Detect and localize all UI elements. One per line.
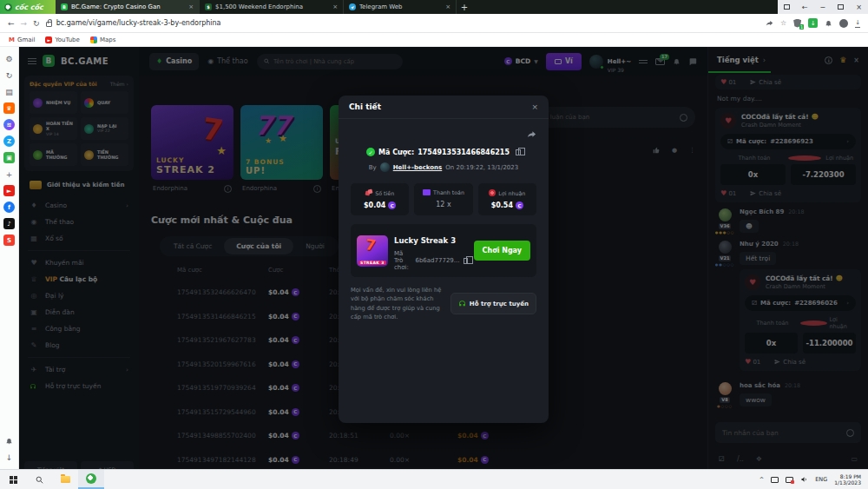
start-button[interactable]	[0, 470, 26, 489]
stat-profit: Lợi nhuận $0.54C	[478, 183, 536, 215]
bookmark-maps[interactable]: Maps	[90, 36, 115, 43]
amount-dice-icon	[365, 189, 372, 196]
stat-payout: Thanh toán 12 x	[414, 183, 472, 215]
clock[interactable]: 8:19 PM1/13/2023	[834, 473, 861, 486]
newsfeed-icon[interactable]: ▤	[3, 86, 15, 97]
game-name: Lucky Streak 3	[394, 236, 456, 245]
new-tab-button[interactable]: +	[457, 0, 472, 14]
security-alert-icon[interactable]	[786, 477, 793, 483]
game-id-value: 6b6ad77729...	[415, 257, 459, 264]
youtube-icon: ►	[45, 36, 52, 43]
games-icon[interactable]: ▣	[3, 152, 15, 163]
lock-icon	[46, 22, 52, 27]
downloads-icon[interactable]: ↓	[855, 19, 860, 28]
bet-details-modal: Chi tiết × ✓ Mã Cược: 175491353146684621…	[339, 96, 549, 423]
facebook-icon[interactable]: f	[3, 202, 15, 213]
back-to-tab-icon[interactable]: ←	[796, 0, 814, 14]
browser-addressbar: ← → ↻ bc.game/vi/game/lucky-streak-3-by-…	[0, 14, 868, 33]
bet-author-row: By Hell+-beckons On 20:19:22, 13/1/2023	[351, 162, 536, 172]
bookmark-label: Maps	[100, 36, 115, 43]
browser-content: ⚙ ↻ ▤ ♛ ≋ Z ▣ + ► f ♪ S ↓ B	[0, 47, 868, 469]
settings-gear-icon[interactable]: ⚙	[3, 53, 15, 64]
forward-icon[interactable]: →	[21, 19, 28, 28]
browser-tabbar: cốc cốc B BC.Game: Crypto Casino Gan × $…	[0, 0, 868, 14]
tab-close-icon[interactable]: ×	[188, 3, 194, 10]
rail-bell-icon[interactable]	[3, 435, 15, 446]
browser-tab-promo[interactable]: $ $1,500 Weekend Endorphina ×	[200, 0, 344, 14]
modal-body: ✓ Mã Cược: 1754913531466846215 By Hell+-…	[339, 119, 549, 322]
bookmark-youtube[interactable]: ► YouTube	[45, 36, 79, 43]
live-support-button[interactable]: Hỗ trợ trực tuyến	[450, 293, 536, 314]
author-avatar	[380, 162, 390, 172]
play-now-button[interactable]: Chơi Ngay	[474, 241, 530, 261]
modal-header: Chi tiết ×	[339, 96, 549, 119]
coccoc-logo-icon	[4, 3, 12, 11]
addressbar-actions: ☆ 1 ↓ ↓	[766, 18, 860, 28]
minimize-button[interactable]: −	[814, 0, 832, 14]
tab-close-icon[interactable]: ×	[445, 3, 450, 10]
tray-expand-icon[interactable]: ^	[760, 476, 764, 483]
adblock-shield-icon[interactable]: 1	[793, 19, 801, 28]
coccoc-brand[interactable]: cốc cốc	[0, 0, 56, 14]
tab-close-icon[interactable]: ×	[332, 3, 338, 10]
windows-taskbar: ^ ENG 8:19 PM1/13/2023	[0, 469, 868, 489]
tab-title: $1,500 Weekend Endorphina	[215, 3, 329, 10]
tab-search-icon[interactable]	[778, 0, 796, 14]
coccoc-taskbar-icon[interactable]	[78, 470, 104, 489]
add-shortcut-icon[interactable]: +	[3, 169, 15, 180]
collapse-rail-icon[interactable]: ↓	[3, 452, 15, 463]
coin-icon: C	[388, 202, 396, 209]
browser-tab-bcgame[interactable]: B BC.Game: Crypto Casino Gan ×	[56, 0, 200, 14]
bcgame-favicon: B	[61, 3, 68, 10]
profit-medal-icon	[489, 189, 496, 196]
zalo-icon[interactable]: Z	[3, 135, 15, 147]
bookmark-star-icon[interactable]: ☆	[780, 19, 786, 27]
profile-avatar[interactable]	[839, 19, 848, 28]
network-icon[interactable]	[771, 477, 779, 483]
volume-icon[interactable]	[800, 476, 808, 483]
bet-id-row: ✓ Mã Cược: 1754913531466846215	[351, 148, 536, 156]
maximize-button[interactable]	[832, 0, 850, 14]
check-icon: ✓	[366, 148, 375, 156]
browser-side-rail: ⚙ ↻ ▤ ♛ ≋ Z ▣ + ► f ♪ S ↓	[0, 47, 19, 469]
screen: cốc cốc B BC.Game: Crypto Casino Gan × $…	[0, 0, 868, 489]
notification-bell-icon[interactable]	[825, 19, 832, 27]
reload-icon[interactable]: ↻	[33, 19, 40, 28]
close-button[interactable]: ×	[850, 0, 868, 14]
back-icon[interactable]: ←	[8, 19, 15, 28]
messenger-icon[interactable]: ≋	[3, 119, 15, 130]
bet-stats-row: Số tiền $0.04C Thanh toán 12 x Lợi nhuận…	[351, 183, 536, 215]
youtube-rail-icon[interactable]: ►	[3, 185, 15, 196]
shopee-icon[interactable]: S	[3, 235, 15, 246]
tiktok-icon[interactable]: ♪	[3, 218, 15, 229]
file-explorer-icon[interactable]	[52, 470, 78, 489]
history-icon[interactable]: ↻	[3, 69, 15, 81]
copy-icon[interactable]	[516, 149, 521, 155]
stat-amount: Số tiền $0.04C	[351, 183, 409, 215]
bookmark-gmail[interactable]: M Gmail	[9, 36, 35, 43]
maps-icon	[90, 36, 97, 43]
copy-icon[interactable]	[464, 258, 467, 264]
headset-icon	[458, 300, 466, 307]
system-tray: ^ ENG 8:19 PM1/13/2023	[760, 473, 868, 486]
author-name[interactable]: Hell+-beckons	[393, 164, 443, 171]
modal-note-row: Mọi vấn đề, xin vui lòng liên hệ với bộ …	[351, 286, 536, 322]
modal-title: Chi tiết	[349, 102, 381, 111]
bcgame-page: B BC.GAME Đặc quyền VIP của tôi Thêm › N…	[19, 47, 868, 469]
url-box[interactable]: bc.game/vi/game/lucky-streak-3-by-endorp…	[46, 19, 760, 27]
browser-tab-telegram[interactable]: ► Telegram Web ×	[344, 0, 457, 14]
support-note: Mọi vấn đề, xin vui lòng liên hệ với bộ …	[351, 286, 444, 322]
save-media-icon[interactable]: ↓	[808, 18, 818, 28]
taskbar-search-icon[interactable]	[26, 470, 52, 489]
coin-icon: C	[516, 202, 523, 209]
bet-datetime: On 20:19:22, 13/1/2023	[445, 164, 518, 171]
modal-close-icon[interactable]: ×	[531, 102, 538, 111]
url-text[interactable]: bc.game/vi/game/lucky-streak-3-by-endorp…	[56, 19, 221, 27]
hot-icon[interactable]: ♛	[3, 102, 15, 114]
bookmarks-bar: M Gmail ► YouTube Maps	[0, 33, 868, 47]
payout-wallet-icon	[423, 189, 431, 195]
share-icon[interactable]	[766, 19, 773, 27]
language-indicator[interactable]: ENG	[815, 476, 827, 483]
modal-share-icon[interactable]	[527, 129, 536, 139]
window-controls: ← − ×	[778, 0, 868, 14]
